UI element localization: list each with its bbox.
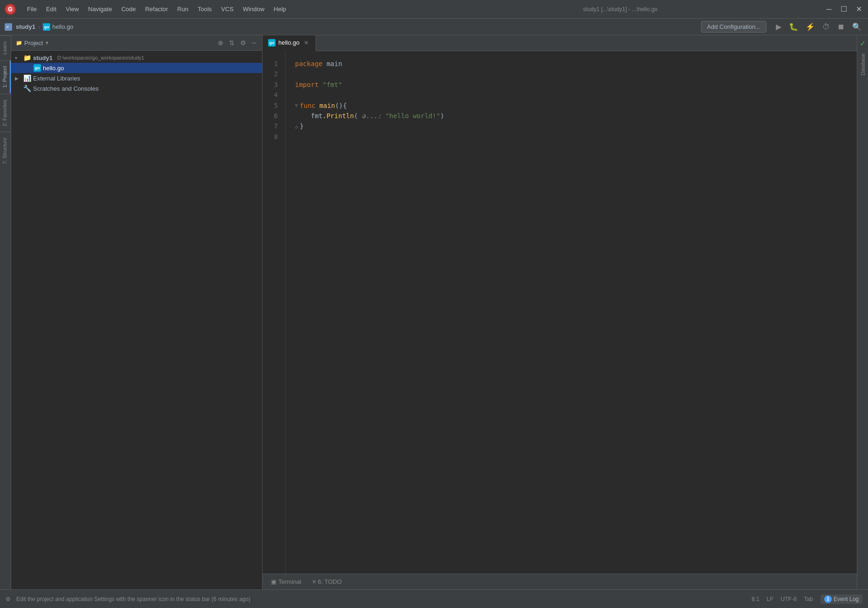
code-brace-close: } <box>300 121 303 131</box>
tab-close-button[interactable]: ✕ <box>303 39 310 47</box>
line-num-3: 3 <box>262 80 282 90</box>
profile-button[interactable]: ⏱ <box>821 22 832 32</box>
notification-badge: 1 <box>824 595 832 603</box>
tree-root-label: study1 <box>33 54 53 61</box>
collapse-panel-btn[interactable]: ⇅ <box>228 38 236 47</box>
tree-root-path: D:\workspaces\go_workspaces\study1 <box>57 55 144 60</box>
menu-window[interactable]: Window <box>239 4 268 14</box>
menu-edit[interactable]: Edit <box>42 4 60 14</box>
app-logo-icon: G <box>5 4 16 15</box>
tree-scratches-label: Scratches and Consoles <box>33 85 99 92</box>
menu-view[interactable]: View <box>62 4 82 14</box>
line-num-6: 6 <box>262 111 282 121</box>
todo-label: 6: TODO <box>318 578 342 585</box>
code-main: main <box>326 59 342 69</box>
add-configuration-button[interactable]: Add Configuration... <box>701 21 767 33</box>
line-num-5: 5 <box>262 100 282 111</box>
menu-navigate[interactable]: Navigate <box>84 4 115 14</box>
code-editor: 1 2 3 4 5 6 7 8 package main import "fm <box>262 51 857 574</box>
tree-file-hello[interactable]: go hello.go <box>11 63 262 73</box>
bottom-tabs: ▣ Terminal ≡ 6: TODO <box>262 574 857 589</box>
line-num-4: 4 <box>262 90 282 100</box>
status-bar: ⚙ Edit the project and application Setti… <box>0 589 868 608</box>
code-line-1: package main <box>295 59 849 69</box>
coverage-button[interactable]: ⚡ <box>804 21 817 32</box>
stop-button[interactable]: ⏹ <box>835 22 847 32</box>
code-content[interactable]: package main import "fmt" ▶ ▽ func main(… <box>286 51 857 574</box>
status-right: 8:1 LF UTF-8 Tab 1 Event Log <box>752 595 862 604</box>
breadcrumb-separator: › <box>38 23 40 30</box>
go-file-icon-tree: go <box>34 64 41 72</box>
learn-tab[interactable]: Learn <box>0 35 11 60</box>
favorites-tab[interactable]: 2: Favorites <box>0 94 11 132</box>
tree-file-hello-label: hello.go <box>43 65 64 72</box>
check-icon: ✓ <box>860 39 866 48</box>
right-strip: ✓ Database <box>857 35 868 589</box>
database-tab[interactable]: Database <box>858 50 868 79</box>
menu-tools[interactable]: Tools <box>194 4 215 14</box>
menu-code[interactable]: Code <box>118 4 140 14</box>
breadcrumb: study1 › go hello.go <box>16 23 697 31</box>
indent-setting[interactable]: Tab <box>804 596 813 602</box>
close-button[interactable]: ✕ <box>854 5 863 13</box>
breadcrumb-filename: hello.go <box>52 23 74 30</box>
keyword-func: func <box>300 100 319 111</box>
code-line-6: fmt.Println( a...: "hello world!") <box>295 111 849 121</box>
tab-label: hello.go <box>278 39 300 46</box>
fold-icon-5[interactable]: ▽ <box>295 102 298 109</box>
code-line-2 <box>295 69 849 79</box>
param-hint: a...: <box>362 111 385 121</box>
editor-tab-hello[interactable]: go hello.go ✕ <box>262 35 316 51</box>
import-fmt: "fmt" <box>323 80 342 90</box>
tab-file-icon: go <box>268 39 276 47</box>
tree-external-libraries[interactable]: ▶ 📊 External Libraries <box>11 73 262 83</box>
tree-root[interactable]: ▾ 📁 study1 D:\workspaces\go_workspaces\s… <box>11 53 262 63</box>
terminal-icon: ▣ <box>271 578 276 585</box>
minimize-button[interactable]: ─ <box>824 5 834 13</box>
project-tab[interactable]: 1: Project <box>0 60 11 93</box>
fold-icon-7[interactable]: △ <box>295 123 298 130</box>
menu-bar: File Edit View Navigate Code Refactor Ru… <box>23 4 417 14</box>
func-main: main <box>319 100 335 111</box>
breadcrumb-project[interactable]: study1 <box>16 23 35 30</box>
code-line-3: import "fmt" <box>295 80 849 90</box>
method-println: .Println <box>323 111 354 121</box>
menu-run[interactable]: Run <box>174 4 192 14</box>
code-line-7: △ } <box>295 121 849 131</box>
svg-text:P: P <box>7 25 9 29</box>
run-button[interactable]: ▶ <box>774 21 783 32</box>
structure-tab[interactable]: 7: Structure <box>0 132 11 170</box>
todo-tab[interactable]: ≡ 6: TODO <box>308 576 346 587</box>
debug-button[interactable]: 🐛 <box>787 21 800 32</box>
line-numbers: 1 2 3 4 5 6 7 8 <box>262 51 286 574</box>
vertical-left-panel: Learn 1: Project 2: Favorites 7: Structu… <box>0 35 11 589</box>
menu-vcs[interactable]: VCS <box>217 4 237 14</box>
encoding[interactable]: UTF-8 <box>781 596 797 602</box>
keyword-package: package <box>295 59 326 69</box>
cursor-position[interactable]: 8:1 <box>752 596 760 602</box>
tree-arrow-ext: ▶ <box>15 76 21 81</box>
search-button[interactable]: 🔍 <box>850 21 863 32</box>
menu-file[interactable]: File <box>23 4 40 14</box>
event-log-button[interactable]: 1 Event Log <box>821 595 862 604</box>
library-icon: 📊 <box>23 74 31 82</box>
settings-panel-btn[interactable]: ⚙ <box>239 38 247 47</box>
project-panel-title: 📁 Project ▾ <box>16 40 213 47</box>
line-ending[interactable]: LF <box>767 596 774 602</box>
project-tree: ▾ 📁 study1 D:\workspaces\go_workspaces\s… <box>11 51 262 589</box>
menu-help[interactable]: Help <box>270 4 290 14</box>
func-parens: (){ <box>335 100 347 111</box>
editor-tabs: go hello.go ✕ <box>262 35 857 51</box>
menu-refactor[interactable]: Refactor <box>141 4 172 14</box>
code-paren-close: ) <box>440 111 444 121</box>
minimize-panel-btn[interactable]: ─ <box>251 38 257 47</box>
terminal-tab[interactable]: ▣ Terminal <box>266 576 306 587</box>
project-title-label: Project <box>24 40 43 47</box>
line-num-8: 8 <box>262 132 282 142</box>
breadcrumb-file[interactable]: go hello.go <box>43 23 74 31</box>
maximize-button[interactable]: ☐ <box>839 5 848 13</box>
code-line-4 <box>295 90 849 100</box>
breadcrumb-bar: P study1 › go hello.go Add Configuration… <box>0 19 868 35</box>
add-panel-btn[interactable]: ⊕ <box>217 38 224 47</box>
tree-scratches[interactable]: 🔧 Scratches and Consoles <box>11 83 262 94</box>
